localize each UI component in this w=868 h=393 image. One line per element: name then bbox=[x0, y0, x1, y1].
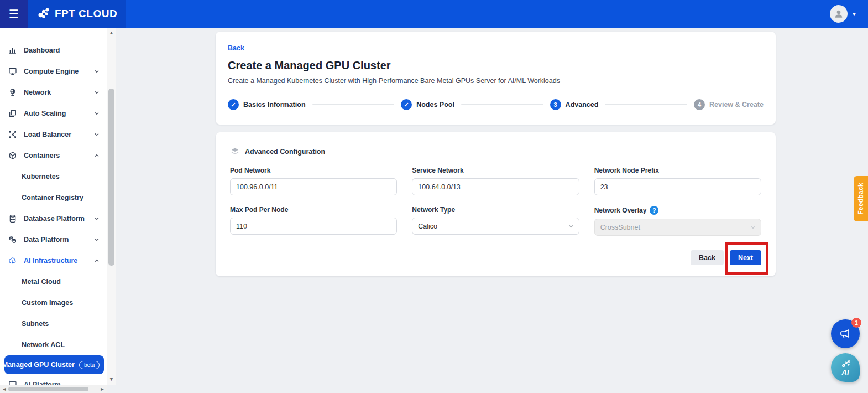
dashboard-icon bbox=[8, 45, 18, 55]
scroll-right-arrow-icon[interactable]: ► bbox=[98, 385, 106, 393]
load-balancer-icon bbox=[8, 130, 18, 139]
section-header: Advanced Configuration bbox=[230, 147, 761, 157]
max-pod-per-node-input[interactable] bbox=[230, 218, 397, 235]
step-basics-information[interactable]: ✓ Basics Information bbox=[228, 99, 306, 110]
sidebar-item-custom-images[interactable]: Custom Images bbox=[0, 292, 107, 313]
sidebar-horizontal-scrollbar[interactable]: ◄ ► bbox=[0, 385, 107, 393]
auto-scaling-icon bbox=[8, 108, 18, 118]
pod-network-input[interactable] bbox=[230, 178, 397, 195]
sidebar-item-data-platform[interactable]: Data Platform bbox=[0, 229, 107, 250]
field-label: Network Node Prefix bbox=[594, 167, 761, 174]
service-network-input[interactable] bbox=[412, 178, 579, 195]
megaphone-icon bbox=[839, 327, 852, 340]
field-max-pod-per-node: Max Pod Per Node bbox=[230, 206, 397, 236]
sidebar-scrollbar-thumb[interactable] bbox=[108, 89, 114, 266]
network-overlay-select: CrossSubnet bbox=[594, 219, 761, 236]
brand-logo[interactable]: FPT CLOUD bbox=[28, 0, 126, 28]
horizontal-scrollbar-thumb[interactable] bbox=[8, 387, 88, 391]
field-network-node-prefix: Network Node Prefix bbox=[594, 167, 761, 195]
sidebar-item-auto-scaling[interactable]: Auto Scaling bbox=[0, 103, 107, 124]
sidebar-item-dashboard[interactable]: Dashboard bbox=[0, 40, 107, 61]
wizard-header-card: Back Create a Managed GPU Cluster Create… bbox=[216, 32, 776, 125]
sidebar-item-ai-platform[interactable]: AI Platform bbox=[0, 374, 107, 385]
sidebar-item-label: AI Infrastructure bbox=[24, 257, 93, 265]
user-icon bbox=[833, 8, 844, 19]
scroll-down-arrow-icon[interactable]: ▼ bbox=[107, 375, 116, 383]
feedback-tab[interactable]: Feedback bbox=[854, 176, 868, 221]
sidebar-item-network-acl[interactable]: Network ACL bbox=[0, 334, 107, 355]
field-label: Service Network bbox=[412, 167, 579, 174]
avatar-dropdown-caret[interactable]: ▼ bbox=[851, 11, 857, 17]
sidebar-item-label: Compute Engine bbox=[24, 68, 93, 75]
ai-label: AI bbox=[842, 369, 849, 376]
sidebar-item-database-platform[interactable]: Database Platform bbox=[0, 208, 107, 229]
step-label: Basics Information bbox=[243, 101, 306, 108]
step-connector bbox=[605, 104, 687, 105]
scroll-up-arrow-icon[interactable]: ▲ bbox=[107, 29, 116, 37]
sidebar-item-subnets[interactable]: Subnets bbox=[0, 313, 107, 334]
feedback-label: Feedback bbox=[857, 183, 865, 215]
chevron-down-icon bbox=[93, 131, 100, 138]
molecule-icon bbox=[840, 360, 851, 369]
header-actions: ▼ bbox=[126, 0, 868, 28]
sidebar-item-container-registry[interactable]: Container Registry bbox=[0, 187, 107, 208]
sidebar-item-label: Data Platform bbox=[24, 236, 93, 244]
sidebar-item-label: Kubernetes bbox=[22, 173, 100, 180]
step-label: Review & Create bbox=[709, 101, 764, 108]
sidebar-scrollbar[interactable]: ▲ ▼ bbox=[107, 28, 116, 385]
step-review-create[interactable]: 4 Review & Create bbox=[694, 99, 764, 110]
ai-assistant-button[interactable]: AI bbox=[831, 353, 860, 382]
sidebar-item-ai-infrastructure[interactable]: AI Infrastructure bbox=[0, 250, 107, 271]
sidebar-item-compute-engine[interactable]: Compute Engine bbox=[0, 61, 107, 82]
sidebar-item-metal-cloud[interactable]: Metal Cloud bbox=[0, 271, 107, 292]
ai-infrastructure-cloud-icon bbox=[8, 256, 18, 266]
scroll-left-arrow-icon[interactable]: ◄ bbox=[1, 385, 8, 393]
field-network-overlay: Network Overlay ? CrossSubnet bbox=[594, 206, 761, 236]
advanced-form-card: Advanced Configuration Pod Network Servi… bbox=[216, 132, 776, 276]
chevron-down-icon bbox=[750, 224, 756, 231]
network-node-prefix-input[interactable] bbox=[594, 178, 761, 195]
network-type-select[interactable]: Calico bbox=[412, 218, 579, 235]
network-overlay-value: CrossSubnet bbox=[600, 224, 745, 231]
sidebar-item-label: Subnets bbox=[22, 320, 100, 328]
chevron-down-icon bbox=[93, 89, 100, 96]
step-label: Advanced bbox=[566, 101, 599, 108]
next-button[interactable]: Next bbox=[730, 250, 761, 265]
compute-engine-icon bbox=[8, 66, 18, 76]
field-service-network: Service Network bbox=[412, 167, 579, 195]
sidebar-item-label: Metal Cloud bbox=[22, 278, 100, 286]
chevron-down-icon bbox=[568, 223, 574, 230]
announcements-button[interactable]: 1 bbox=[831, 319, 860, 348]
step-advanced[interactable]: 3 Advanced bbox=[550, 99, 599, 110]
field-label: Network Type bbox=[412, 206, 579, 214]
select-divider bbox=[563, 221, 563, 231]
sidebar-item-load-balancer[interactable]: Load Balancer bbox=[0, 124, 107, 145]
hamburger-menu-icon[interactable]: ☰ bbox=[0, 0, 28, 28]
sidebar-item-managed-gpu-cluster[interactable]: Managed GPU Cluster beta bbox=[4, 355, 104, 374]
sidebar-item-label: Network bbox=[24, 89, 93, 96]
back-link[interactable]: Back bbox=[228, 44, 244, 52]
field-label: Network Overlay ? bbox=[594, 206, 761, 215]
sidebar-item-containers[interactable]: Containers bbox=[0, 145, 107, 166]
field-label: Max Pod Per Node bbox=[230, 206, 397, 214]
wizard-stepper: ✓ Basics Information ✓ Nodes Pool 3 Adva… bbox=[228, 99, 764, 110]
chevron-up-icon bbox=[93, 152, 100, 159]
sidebar-item-kubernetes[interactable]: Kubernetes bbox=[0, 166, 107, 187]
user-avatar[interactable] bbox=[830, 5, 848, 23]
notification-badge: 1 bbox=[851, 318, 861, 328]
select-divider bbox=[745, 223, 745, 232]
top-bar: ☰ FPT CLOUD ▼ bbox=[0, 0, 868, 28]
sidebar-item-label: Container Registry bbox=[22, 194, 100, 201]
back-button[interactable]: Back bbox=[691, 250, 724, 265]
sidebar-item-network[interactable]: Network bbox=[0, 82, 107, 103]
step-check-icon: ✓ bbox=[228, 99, 239, 110]
chevron-down-icon bbox=[93, 236, 100, 243]
step-nodes-pool[interactable]: ✓ Nodes Pool bbox=[401, 99, 454, 110]
ai-platform-icon bbox=[8, 380, 18, 385]
containers-cube-icon bbox=[8, 151, 18, 161]
sidebar-item-label: Managed GPU Cluster bbox=[2, 361, 75, 369]
data-platform-icon bbox=[8, 235, 18, 245]
step-number: 4 bbox=[694, 99, 705, 110]
step-label: Nodes Pool bbox=[416, 101, 454, 108]
help-icon[interactable]: ? bbox=[650, 206, 658, 215]
